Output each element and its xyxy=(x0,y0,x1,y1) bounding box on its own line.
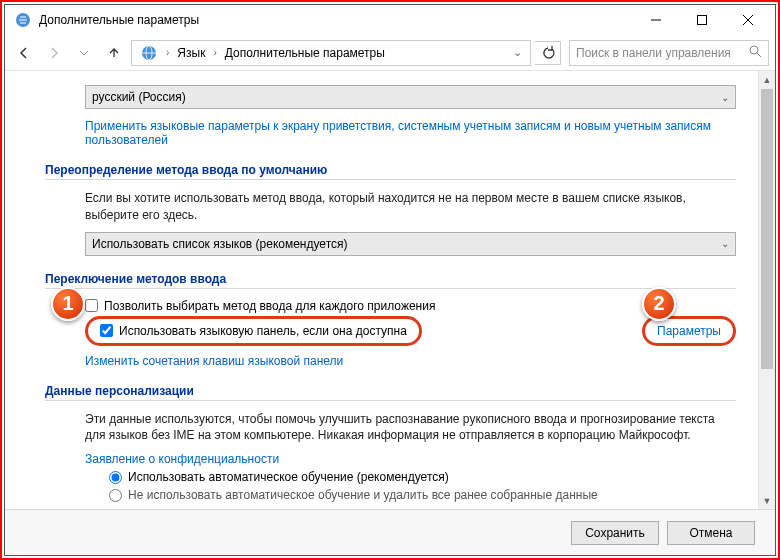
annotation-highlight-1: Использовать языковую панель, если она д… xyxy=(85,316,422,346)
dropdown-value: русский (Россия) xyxy=(92,90,186,104)
section-heading-default-input: Переопределение метода ввода по умолчани… xyxy=(45,163,736,177)
cancel-button[interactable]: Отмена xyxy=(667,521,755,545)
auto-learning-on-radio[interactable] xyxy=(109,471,122,484)
svg-point-4 xyxy=(750,46,758,54)
default-input-dropdown[interactable]: Использовать список языков (рекомендуетс… xyxy=(85,232,736,256)
window-title: Дополнительные параметры xyxy=(39,13,633,27)
forward-button xyxy=(41,40,67,66)
apply-to-welcome-link[interactable]: Применить языковые параметры к экрану пр… xyxy=(85,119,736,147)
language-bar-options-link[interactable]: Параметры xyxy=(657,324,721,338)
default-input-description: Если вы хотите использовать метод ввода,… xyxy=(85,190,736,224)
search-input[interactable]: Поиск в панели управления xyxy=(569,40,769,66)
maximize-button[interactable] xyxy=(679,5,725,35)
per-app-input-checkbox[interactable] xyxy=(85,299,98,312)
minimize-button[interactable] xyxy=(633,5,679,35)
checkbox-label: Использовать языковую панель, если она д… xyxy=(119,324,407,338)
refresh-button[interactable] xyxy=(535,41,561,65)
chevron-right-icon: › xyxy=(213,47,216,58)
divider xyxy=(45,400,736,401)
close-button[interactable] xyxy=(725,5,771,35)
divider xyxy=(45,179,736,180)
chevron-right-icon: › xyxy=(166,47,169,58)
control-panel-icon xyxy=(15,12,31,28)
scroll-up-icon[interactable]: ▲ xyxy=(759,71,775,88)
scroll-down-icon[interactable]: ▼ xyxy=(759,492,775,509)
search-placeholder: Поиск в панели управления xyxy=(576,46,731,60)
chevron-down-icon[interactable]: ⌄ xyxy=(513,46,522,59)
search-icon xyxy=(749,45,762,61)
footer: Сохранить Отмена xyxy=(5,509,775,555)
radio-label: Использовать автоматическое обучение (ре… xyxy=(128,470,449,484)
language-bar-checkbox[interactable] xyxy=(100,324,113,337)
chevron-down-icon: ⌄ xyxy=(721,92,729,103)
recent-dropdown-icon[interactable] xyxy=(71,40,97,66)
main-content: русский (Россия) ⌄ Применить языковые па… xyxy=(5,71,758,509)
breadcrumb-item-lang[interactable]: Язык xyxy=(177,46,205,60)
checkbox-label: Позволить выбирать метод ввода для каждо… xyxy=(104,299,435,313)
vertical-scrollbar[interactable]: ▲ ▼ xyxy=(758,71,775,509)
radio-label: Не использовать автоматическое обучение … xyxy=(128,488,598,502)
per-app-input-checkbox-row[interactable]: Позволить выбирать метод ввода для каждо… xyxy=(85,299,736,313)
globe-lang-icon xyxy=(140,44,158,62)
divider xyxy=(45,288,736,289)
save-button[interactable]: Сохранить xyxy=(571,521,659,545)
back-button[interactable] xyxy=(11,40,37,66)
annotation-callout-1: 1 xyxy=(51,287,85,321)
chevron-down-icon: ⌄ xyxy=(721,238,729,249)
titlebar: Дополнительные параметры xyxy=(5,5,775,35)
auto-learning-off-radio-row[interactable]: Не использовать автоматическое обучение … xyxy=(109,488,736,502)
section-heading-switching: Переключение методов ввода xyxy=(45,272,736,286)
section-heading-personalization: Данные персонализации xyxy=(45,384,736,398)
auto-learning-off-radio[interactable] xyxy=(109,489,122,502)
svg-rect-1 xyxy=(698,16,707,25)
breadcrumb[interactable]: › Язык › Дополнительные параметры ⌄ xyxy=(131,40,531,66)
dropdown-value: Использовать список языков (рекомендуетс… xyxy=(92,237,348,251)
navbar: › Язык › Дополнительные параметры ⌄ Поис… xyxy=(5,35,775,71)
change-hotkeys-link[interactable]: Изменить сочетания клавиш языковой панел… xyxy=(85,354,736,368)
scroll-thumb[interactable] xyxy=(761,89,773,369)
up-button[interactable] xyxy=(101,40,127,66)
personalization-description: Эти данные используются, чтобы помочь ул… xyxy=(85,411,736,445)
auto-learning-on-radio-row[interactable]: Использовать автоматическое обучение (ре… xyxy=(109,470,736,484)
display-language-dropdown[interactable]: русский (Россия) ⌄ xyxy=(85,85,736,109)
annotation-callout-2: 2 xyxy=(642,287,676,321)
privacy-statement-link[interactable]: Заявление о конфиденциальности xyxy=(85,452,736,466)
language-bar-checkbox-row[interactable]: Использовать языковую панель, если она д… xyxy=(100,324,407,338)
breadcrumb-item-advanced[interactable]: Дополнительные параметры xyxy=(225,46,385,60)
